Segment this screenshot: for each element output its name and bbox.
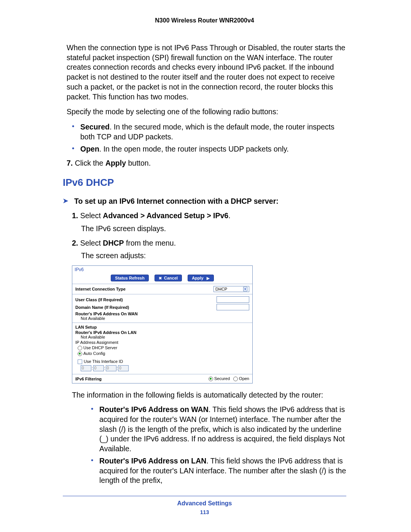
step-2: 2. Select DHCP from the menu. [63, 238, 346, 248]
ip-address-assignment-label: IP Address Assignment [75, 340, 249, 345]
use-dhcp-server-label: Use DHCP Server [83, 345, 117, 350]
dhcp-details-section: User Class (If Required) Domain Name (If… [72, 294, 252, 323]
radio-selected-icon [78, 351, 82, 356]
radio-selected-icon [209, 377, 213, 381]
step-7-bold: Apply [105, 159, 126, 167]
ipv6-screenshot-panel: IPv6 Status Refresh ✖Cancel Apply▶ Inter… [72, 265, 253, 383]
step-7: 7. Click the Apply button. [67, 158, 346, 168]
filtering-open-option[interactable]: Open [233, 376, 249, 381]
mode-secured-item: Secured. In the secured mode, which is t… [80, 122, 346, 142]
step-7-number: 7. [67, 159, 73, 167]
use-dhcp-server-option[interactable]: Use DHCP Server [78, 345, 249, 350]
filtering-secured-option[interactable]: Secured [209, 376, 230, 381]
task-heading: To set up an IPv6 Internet connection wi… [63, 197, 346, 206]
after-screenshot-paragraph: The information in the following fields … [63, 390, 346, 400]
wan-address-field-item: Router's IPv6 Address on WAN. This field… [99, 405, 346, 454]
intro-paragraph-1: When the connection type is not IPv6 Pas… [67, 43, 346, 102]
use-interface-id-option[interactable]: Use This Interface ID [78, 359, 249, 364]
chevron-right-icon: ▶ [207, 276, 210, 280]
interface-id-field-0[interactable]: 0 [81, 365, 91, 371]
wan-address-value: Not Available [81, 316, 249, 321]
step-7-post: button. [126, 159, 151, 167]
modes-list: Secured. In the secured mode, which is t… [67, 122, 346, 154]
mode-open-item: Open. In the open mode, the router inspe… [80, 144, 346, 154]
mode-secured-text: . In the secured mode, which is the defa… [80, 123, 335, 141]
domain-name-input[interactable] [217, 304, 249, 310]
radio-empty-icon [233, 377, 238, 381]
page-footer: Advanced Settings 113 [63, 496, 346, 515]
ipv6-filtering-options: Secured Open [209, 376, 249, 381]
interface-id-field-3[interactable]: 0 [118, 365, 129, 371]
step-2-number: 2. [72, 239, 78, 247]
lan-setup-heading: LAN Setup [75, 325, 249, 329]
use-interface-id-label: Use This Interface ID [84, 359, 123, 364]
mode-secured-label: Secured [80, 123, 110, 131]
document-header: N300 Wireless Router WNR2000v4 [63, 17, 346, 24]
fields-bullet-list: Router's IPv6 Address on WAN. This field… [86, 405, 346, 486]
footer-page-number: 113 [63, 509, 346, 515]
step-2-post: from the menu. [124, 239, 176, 247]
step-1-post: . [228, 211, 230, 220]
step-2-bold: DHCP [103, 239, 124, 247]
ipv6-filtering-label: IPv6 Filtering [75, 377, 102, 381]
checkbox-icon [78, 359, 82, 364]
step-7-pre: Click the [73, 159, 105, 167]
lan-address-value: Not Available [81, 335, 249, 339]
apply-button[interactable]: Apply▶ [188, 275, 214, 281]
auto-config-label: Auto Config [83, 351, 105, 356]
interface-id-field-1[interactable]: 0 [93, 365, 104, 371]
panel-button-row: Status Refresh ✖Cancel Apply▶ [72, 273, 252, 284]
step-2-pre: Select [78, 239, 103, 247]
internet-connection-type-row: Internet Connection Type DHCP ▾ [72, 284, 252, 294]
mode-open-label: Open [80, 145, 99, 153]
panel-title: IPv6 [72, 266, 252, 273]
filtering-secured-label: Secured [214, 376, 230, 381]
wan-address-field-bold: Router's IPv6 Address on WAN [99, 405, 209, 414]
internet-connection-type-select[interactable]: DHCP ▾ [213, 286, 249, 292]
filtering-open-label: Open [239, 376, 249, 381]
lan-setup-section: LAN Setup Router's IPv6 Address On LAN N… [72, 323, 252, 374]
chevron-down-icon: ▾ [243, 287, 247, 291]
apply-button-label: Apply [192, 276, 204, 280]
close-icon: ✖ [159, 276, 162, 280]
wan-address-label: Router's IPv6 Address On WAN [75, 312, 249, 316]
internet-connection-type-label: Internet Connection Type [75, 287, 126, 291]
user-class-label: User Class (If Required) [75, 297, 123, 302]
step-1-sub: The IPv6 screen displays. [63, 224, 346, 234]
auto-config-option[interactable]: Auto Config [78, 351, 249, 356]
interface-id-field-2[interactable]: 0 [106, 365, 116, 371]
mode-open-text: . In the open mode, the router inspects … [99, 145, 289, 153]
step-2-sub: The screen adjusts: [63, 251, 346, 261]
lan-address-label: Router's IPv6 Address On LAN [75, 330, 249, 335]
internet-connection-type-value: DHCP [215, 287, 227, 291]
step-1-bold: Advanced > Advanced Setup > IPv6 [103, 211, 228, 220]
step-1: 1. Select Advanced > Advanced Setup > IP… [63, 211, 346, 221]
ipv6-filtering-row: IPv6 Filtering Secured Open [72, 374, 252, 383]
domain-name-label: Domain Name (If Required) [75, 305, 129, 310]
lan-address-field-item: Router's IPv6 Address on LAN. This field… [99, 456, 346, 486]
cancel-button-label: Cancel [164, 276, 178, 280]
lan-address-field-bold: Router's IPv6 Address on LAN [99, 457, 206, 465]
step-1-number: 1. [72, 211, 78, 220]
cancel-button[interactable]: ✖Cancel [155, 275, 182, 281]
step-1-pre: Select [78, 211, 103, 220]
footer-section-title: Advanced Settings [63, 500, 346, 507]
status-refresh-button[interactable]: Status Refresh [111, 275, 149, 281]
user-class-input[interactable] [217, 296, 249, 303]
section-heading-ipv6-dhcp: IPv6 DHCP [63, 177, 346, 189]
intro-paragraph-2: Specify the mode by selecting one of the… [67, 107, 346, 117]
radio-empty-icon [78, 346, 82, 350]
interface-id-inputs: 0:0:0:0 [81, 365, 249, 371]
